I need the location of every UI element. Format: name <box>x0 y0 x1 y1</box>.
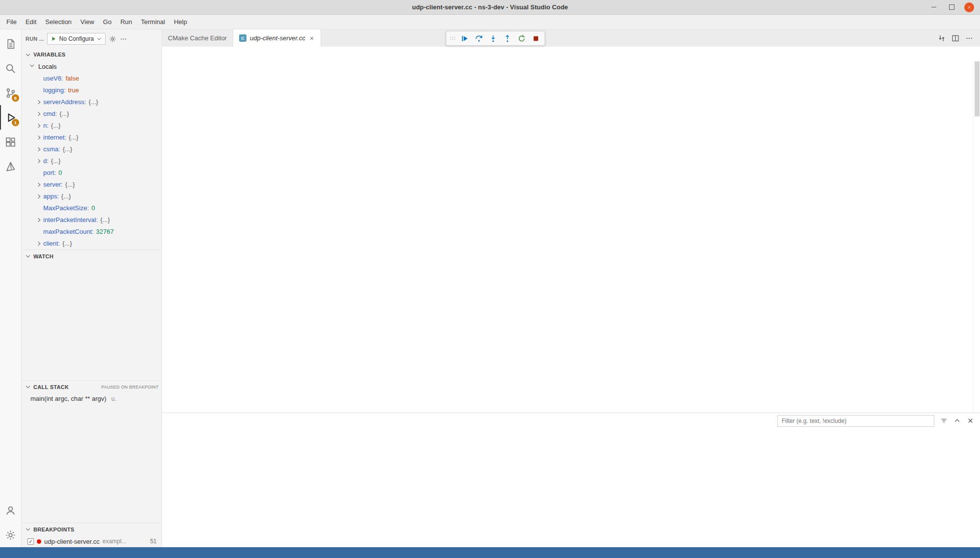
code-lines <box>162 60 933 413</box>
run-view-title: RUN ... <box>26 36 44 42</box>
close-panel-icon[interactable] <box>967 417 974 424</box>
breadcrumb <box>162 47 980 60</box>
expand-chevron-icon[interactable] <box>36 242 40 246</box>
stack-frame[interactable]: main(int argc, char ** argv)u. <box>22 393 162 405</box>
tabs: CMake Cache EditorCudp-client-server.cc <box>162 29 321 47</box>
tab-label: udp-client-server.cc <box>250 34 305 42</box>
step-out-button[interactable] <box>501 32 514 45</box>
activity-explorer[interactable] <box>0 31 21 56</box>
menu-edit[interactable]: Edit <box>21 15 41 29</box>
variable-row[interactable]: cmd:{...} <box>22 108 162 120</box>
step-into-icon <box>489 34 497 43</box>
expand-chevron-icon[interactable] <box>36 218 40 222</box>
start-debug-icon[interactable] <box>51 36 56 42</box>
minimap[interactable] <box>933 60 973 413</box>
tab-udp-client-server-cc[interactable]: Cudp-client-server.cc <box>233 29 321 47</box>
maximize-panel-icon[interactable] <box>953 417 961 424</box>
variables-section-header[interactable]: VARIABLES <box>22 48 162 61</box>
variable-row[interactable]: serverAddress:{...} <box>22 96 162 108</box>
variable-row[interactable]: interPacketInterval:{...} <box>22 214 162 226</box>
variable-value: 32767 <box>96 228 114 235</box>
debug-config-dropdown[interactable]: No Configura <box>47 33 106 45</box>
paused-on-breakpoint-badge: PAUSED ON BREAKPOINT <box>101 385 159 390</box>
menu-selection[interactable]: Selection <box>41 15 76 29</box>
continue-button[interactable] <box>458 32 471 45</box>
variable-name: internet: <box>43 134 66 141</box>
console-filter-input[interactable] <box>777 415 934 427</box>
variable-row[interactable]: csma:{...} <box>22 143 162 155</box>
expand-chevron-icon[interactable] <box>36 159 40 163</box>
activity-account[interactable] <box>0 498 21 523</box>
chevron-down-icon <box>26 52 30 56</box>
breakpoints-list: udp-client-server.ccexampl...51 <box>22 535 162 547</box>
debug-console[interactable] <box>162 428 980 547</box>
variable-row[interactable]: client:{...} <box>22 238 162 250</box>
expand-chevron-icon[interactable] <box>36 100 40 104</box>
more-actions-icon[interactable] <box>120 35 127 43</box>
expand-chevron-icon[interactable] <box>36 112 40 116</box>
variable-row[interactable]: apps:{...} <box>22 191 162 202</box>
activity-settings[interactable] <box>0 523 21 547</box>
restart-button[interactable] <box>515 32 528 45</box>
step-over-button[interactable] <box>472 32 485 45</box>
expand-chevron-icon[interactable] <box>36 183 40 187</box>
expand-chevron-icon[interactable] <box>36 124 40 128</box>
gear-icon[interactable] <box>109 35 116 43</box>
activity-source-control[interactable]: 6 <box>0 81 21 105</box>
filter-icon[interactable] <box>940 417 948 424</box>
menu-view[interactable]: View <box>76 15 99 29</box>
menu-go[interactable]: Go <box>99 15 116 29</box>
minimize-icon[interactable] <box>929 2 939 12</box>
variable-row[interactable]: port:0 <box>22 167 162 179</box>
breakpoints-section-header[interactable]: BREAKPOINTS <box>22 523 162 535</box>
close-tab-icon[interactable] <box>309 35 315 41</box>
activity-search[interactable] <box>0 56 21 81</box>
expand-chevron-icon[interactable] <box>36 136 40 140</box>
variable-row[interactable]: internet:{...} <box>22 132 162 143</box>
stop-icon <box>532 34 540 43</box>
panel-tab-bar <box>162 413 980 428</box>
variables-scope-row[interactable]: Locals <box>22 61 162 73</box>
expand-chevron-icon[interactable] <box>36 147 40 151</box>
breakpoint-line: 51 <box>150 538 157 545</box>
variable-row[interactable]: MaxPacketSize:0 <box>22 202 162 214</box>
stack-frame-label: main(int argc, char ** argv) <box>30 395 107 402</box>
activity-extensions[interactable] <box>0 130 21 154</box>
maximize-icon[interactable] <box>947 2 956 12</box>
settings-icon <box>5 530 16 541</box>
variable-row[interactable]: server:{...} <box>22 179 162 191</box>
call-stack-empty-area <box>22 405 162 523</box>
expand-chevron-icon[interactable] <box>36 195 40 198</box>
scope-label: Locals <box>38 63 57 70</box>
menu-file[interactable]: File <box>2 15 21 29</box>
editor-scrollbar[interactable] <box>973 60 980 413</box>
breakpoint-checkbox[interactable] <box>27 538 34 545</box>
stop-button[interactable] <box>529 32 542 45</box>
call-stack-section-header[interactable]: CALL STACK PAUSED ON BREAKPOINT <box>22 380 162 393</box>
call-stack-section-title: CALL STACK <box>33 384 69 390</box>
menu-run[interactable]: Run <box>116 15 136 29</box>
tab-cmake-cache-editor[interactable]: CMake Cache Editor <box>162 29 233 47</box>
variable-value: {...} <box>62 240 72 247</box>
menu-terminal[interactable]: Terminal <box>136 15 169 29</box>
variable-name: apps: <box>43 193 59 200</box>
gripper-icon[interactable] <box>449 34 457 42</box>
step-into-button[interactable] <box>487 32 499 45</box>
variable-row[interactable]: maxPacketCount:32767 <box>22 226 162 238</box>
menu-help[interactable]: Help <box>169 15 191 29</box>
breakpoint-row[interactable]: udp-client-server.ccexampl...51 <box>22 535 162 547</box>
breakpoints-section-title: BREAKPOINTS <box>33 527 74 532</box>
variable-value: {...} <box>51 157 61 165</box>
activity-cmake[interactable] <box>0 154 21 179</box>
variable-row[interactable]: n:{...} <box>22 120 162 132</box>
close-icon[interactable] <box>964 2 974 12</box>
variable-row[interactable]: useV6:false <box>22 73 162 84</box>
watch-section-title: WATCH <box>33 253 54 259</box>
variable-row[interactable]: logging:true <box>22 84 162 96</box>
scrollbar-thumb[interactable] <box>975 61 980 116</box>
activity-run-debug[interactable]: 1 <box>0 105 21 130</box>
more-icon <box>965 34 973 42</box>
chevron-down-icon[interactable] <box>30 63 34 67</box>
watch-section-header[interactable]: WATCH <box>22 250 162 262</box>
variable-row[interactable]: d:{...} <box>22 155 162 167</box>
